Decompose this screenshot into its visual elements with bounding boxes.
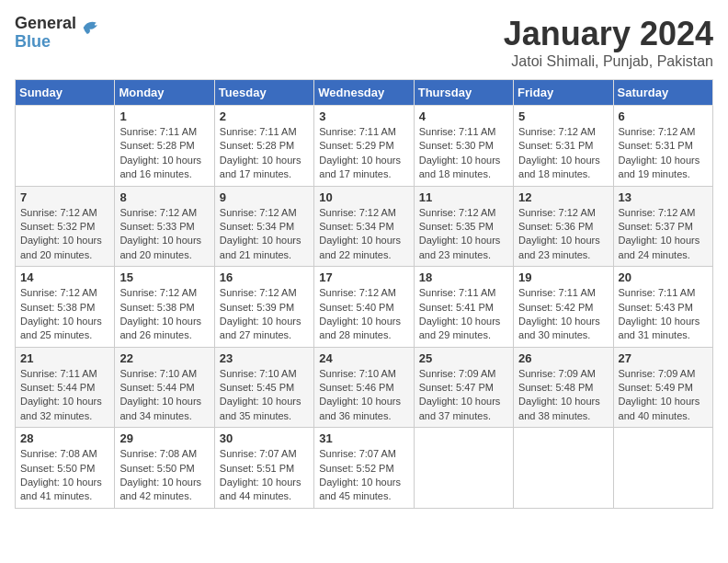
day-info: Sunrise: 7:10 AM Sunset: 5:44 PM Dayligh… — [119, 367, 209, 424]
day-number: 28 — [20, 431, 109, 445]
day-header-sunday: Sunday — [16, 80, 115, 106]
day-info: Sunrise: 7:11 AM Sunset: 5:30 PM Dayligh… — [419, 125, 508, 182]
day-info: Sunrise: 7:11 AM Sunset: 5:44 PM Dayligh… — [20, 367, 109, 424]
logo-bird-icon — [78, 15, 104, 40]
day-header-monday: Monday — [115, 80, 214, 106]
day-info: Sunrise: 7:12 AM Sunset: 5:31 PM Dayligh… — [619, 125, 708, 182]
day-number: 9 — [220, 190, 309, 204]
calendar-cell: 14Sunrise: 7:12 AM Sunset: 5:38 PM Dayli… — [16, 267, 115, 348]
calendar-cell: 23Sunrise: 7:10 AM Sunset: 5:45 PM Dayli… — [214, 347, 313, 428]
day-info: Sunrise: 7:12 AM Sunset: 5:35 PM Dayligh… — [419, 206, 508, 263]
calendar-cell: 30Sunrise: 7:07 AM Sunset: 5:51 PM Dayli… — [214, 428, 313, 509]
calendar-cell: 31Sunrise: 7:07 AM Sunset: 5:52 PM Dayli… — [314, 428, 414, 509]
calendar-cell: 12Sunrise: 7:12 AM Sunset: 5:36 PM Dayli… — [514, 186, 613, 267]
calendar-week-row: 28Sunrise: 7:08 AM Sunset: 5:50 PM Dayli… — [16, 428, 713, 509]
day-info: Sunrise: 7:09 AM Sunset: 5:49 PM Dayligh… — [619, 367, 708, 424]
day-number: 3 — [319, 109, 408, 123]
day-info: Sunrise: 7:09 AM Sunset: 5:48 PM Dayligh… — [518, 367, 608, 424]
calendar-week-row: 21Sunrise: 7:11 AM Sunset: 5:44 PM Dayli… — [16, 347, 713, 428]
calendar-cell: 1Sunrise: 7:11 AM Sunset: 5:28 PM Daylig… — [115, 106, 214, 187]
day-info: Sunrise: 7:11 AM Sunset: 5:28 PM Dayligh… — [119, 125, 209, 182]
day-info: Sunrise: 7:12 AM Sunset: 5:39 PM Dayligh… — [220, 286, 309, 343]
day-number: 5 — [518, 109, 608, 123]
day-number: 24 — [319, 351, 408, 365]
day-info: Sunrise: 7:12 AM Sunset: 5:34 PM Dayligh… — [220, 206, 309, 263]
day-number: 4 — [419, 109, 508, 123]
calendar-cell: 22Sunrise: 7:10 AM Sunset: 5:44 PM Dayli… — [115, 347, 214, 428]
location-text: Jatoi Shimali, Punjab, Pakistan — [504, 53, 713, 70]
month-title: January 2024 — [504, 15, 713, 53]
day-number: 2 — [220, 109, 309, 123]
logo-general-text: General — [15, 15, 76, 33]
calendar-cell — [514, 428, 613, 509]
day-number: 30 — [220, 431, 309, 445]
day-header-tuesday: Tuesday — [214, 80, 313, 106]
calendar-cell — [16, 106, 115, 187]
day-info: Sunrise: 7:07 AM Sunset: 5:51 PM Dayligh… — [220, 447, 309, 504]
day-info: Sunrise: 7:07 AM Sunset: 5:52 PM Dayligh… — [319, 447, 408, 504]
calendar-cell: 27Sunrise: 7:09 AM Sunset: 5:49 PM Dayli… — [613, 347, 712, 428]
calendar-cell: 5Sunrise: 7:12 AM Sunset: 5:31 PM Daylig… — [514, 106, 613, 187]
day-number: 10 — [319, 190, 408, 204]
day-info: Sunrise: 7:12 AM Sunset: 5:33 PM Dayligh… — [119, 206, 209, 263]
calendar-cell: 2Sunrise: 7:11 AM Sunset: 5:28 PM Daylig… — [214, 106, 313, 187]
calendar-cell — [613, 428, 712, 509]
logo: General Blue — [15, 15, 104, 52]
day-header-wednesday: Wednesday — [314, 80, 414, 106]
calendar-cell: 24Sunrise: 7:10 AM Sunset: 5:46 PM Dayli… — [314, 347, 414, 428]
day-number: 8 — [119, 190, 209, 204]
title-section: January 2024 Jatoi Shimali, Punjab, Paki… — [504, 15, 713, 70]
day-number: 13 — [619, 190, 708, 204]
calendar-cell — [414, 428, 513, 509]
calendar-cell: 16Sunrise: 7:12 AM Sunset: 5:39 PM Dayli… — [214, 267, 313, 348]
day-info: Sunrise: 7:08 AM Sunset: 5:50 PM Dayligh… — [119, 447, 209, 504]
calendar-header-row: SundayMondayTuesdayWednesdayThursdayFrid… — [16, 80, 713, 106]
day-number: 17 — [319, 270, 408, 284]
calendar-cell: 19Sunrise: 7:11 AM Sunset: 5:42 PM Dayli… — [514, 267, 613, 348]
calendar-cell: 28Sunrise: 7:08 AM Sunset: 5:50 PM Dayli… — [16, 428, 115, 509]
calendar-cell: 26Sunrise: 7:09 AM Sunset: 5:48 PM Dayli… — [514, 347, 613, 428]
day-info: Sunrise: 7:11 AM Sunset: 5:29 PM Dayligh… — [319, 125, 408, 182]
day-info: Sunrise: 7:11 AM Sunset: 5:41 PM Dayligh… — [419, 286, 508, 343]
day-info: Sunrise: 7:12 AM Sunset: 5:34 PM Dayligh… — [319, 206, 408, 263]
day-number: 1 — [119, 109, 209, 123]
day-info: Sunrise: 7:12 AM Sunset: 5:37 PM Dayligh… — [619, 206, 708, 263]
day-header-saturday: Saturday — [613, 80, 712, 106]
day-number: 18 — [419, 270, 508, 284]
calendar-cell: 4Sunrise: 7:11 AM Sunset: 5:30 PM Daylig… — [414, 106, 513, 187]
calendar-cell: 15Sunrise: 7:12 AM Sunset: 5:38 PM Dayli… — [115, 267, 214, 348]
day-info: Sunrise: 7:11 AM Sunset: 5:43 PM Dayligh… — [619, 286, 708, 343]
day-number: 14 — [20, 270, 109, 284]
day-info: Sunrise: 7:12 AM Sunset: 5:32 PM Dayligh… — [20, 206, 109, 263]
calendar-week-row: 14Sunrise: 7:12 AM Sunset: 5:38 PM Dayli… — [16, 267, 713, 348]
day-number: 11 — [419, 190, 508, 204]
day-number: 23 — [220, 351, 309, 365]
day-number: 31 — [319, 431, 408, 445]
day-info: Sunrise: 7:10 AM Sunset: 5:45 PM Dayligh… — [220, 367, 309, 424]
day-info: Sunrise: 7:11 AM Sunset: 5:42 PM Dayligh… — [518, 286, 608, 343]
day-number: 7 — [20, 190, 109, 204]
calendar-cell: 7Sunrise: 7:12 AM Sunset: 5:32 PM Daylig… — [16, 186, 115, 267]
day-info: Sunrise: 7:08 AM Sunset: 5:50 PM Dayligh… — [20, 447, 109, 504]
day-number: 22 — [119, 351, 209, 365]
day-number: 26 — [518, 351, 608, 365]
day-info: Sunrise: 7:12 AM Sunset: 5:36 PM Dayligh… — [518, 206, 608, 263]
calendar-cell: 29Sunrise: 7:08 AM Sunset: 5:50 PM Dayli… — [115, 428, 214, 509]
calendar-cell: 10Sunrise: 7:12 AM Sunset: 5:34 PM Dayli… — [314, 186, 414, 267]
day-info: Sunrise: 7:12 AM Sunset: 5:38 PM Dayligh… — [20, 286, 109, 343]
day-number: 19 — [518, 270, 608, 284]
calendar-table: SundayMondayTuesdayWednesdayThursdayFrid… — [15, 79, 713, 509]
day-info: Sunrise: 7:12 AM Sunset: 5:40 PM Dayligh… — [319, 286, 408, 343]
day-number: 25 — [419, 351, 508, 365]
calendar-cell: 21Sunrise: 7:11 AM Sunset: 5:44 PM Dayli… — [16, 347, 115, 428]
day-number: 29 — [119, 431, 209, 445]
calendar-cell: 13Sunrise: 7:12 AM Sunset: 5:37 PM Dayli… — [613, 186, 712, 267]
day-info: Sunrise: 7:10 AM Sunset: 5:46 PM Dayligh… — [319, 367, 408, 424]
calendar-cell: 6Sunrise: 7:12 AM Sunset: 5:31 PM Daylig… — [613, 106, 712, 187]
calendar-cell: 11Sunrise: 7:12 AM Sunset: 5:35 PM Dayli… — [414, 186, 513, 267]
calendar-cell: 17Sunrise: 7:12 AM Sunset: 5:40 PM Dayli… — [314, 267, 414, 348]
calendar-cell: 9Sunrise: 7:12 AM Sunset: 5:34 PM Daylig… — [214, 186, 313, 267]
day-number: 20 — [619, 270, 708, 284]
day-info: Sunrise: 7:12 AM Sunset: 5:38 PM Dayligh… — [119, 286, 209, 343]
calendar-cell: 25Sunrise: 7:09 AM Sunset: 5:47 PM Dayli… — [414, 347, 513, 428]
